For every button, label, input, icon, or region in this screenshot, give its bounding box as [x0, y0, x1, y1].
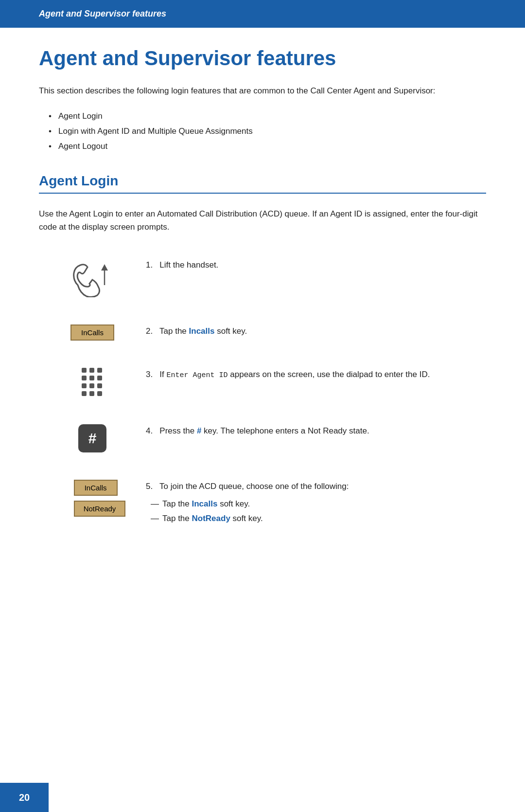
step-3: 3. If Enter Agent ID appears on the scre…: [39, 363, 486, 402]
step-1: 1. Lift the handset.: [39, 253, 486, 302]
header-bar: Agent and Supervisor features: [0, 0, 525, 28]
svg-marker-1: [101, 264, 108, 271]
step-4-text: 4. Press the # key. The telephone enters…: [146, 419, 486, 437]
step-5-text: 5. To join the ACD queue, choose one of …: [146, 475, 486, 526]
steps-container: 1. Lift the handset. InCalls 2. Tap the …: [39, 253, 486, 544]
sub-list-item: Tap the Incalls soft key.: [151, 497, 486, 512]
step-5-icon: InCalls NotReady: [39, 475, 146, 522]
notready-softkey: NotReady: [74, 501, 126, 517]
step-2-text: 2. Tap the Incalls soft key.: [146, 320, 486, 338]
step-5-sublist: Tap the Incalls soft key. Tap the NotRea…: [146, 497, 486, 526]
list-item: Login with Agent ID and Multiple Queue A…: [49, 124, 486, 139]
hash-key-icon: #: [78, 424, 106, 452]
step-1-text: 1. Lift the handset.: [146, 253, 486, 271]
step-3-icon: [39, 363, 146, 402]
page-number: 20: [19, 792, 30, 803]
step-3-text: 3. If Enter Agent ID appears on the scre…: [146, 363, 486, 381]
footer-bar: 20: [0, 783, 49, 812]
dialpad-icon: [82, 368, 103, 397]
step-2-icon: InCalls: [39, 320, 146, 345]
header-label: Agent and Supervisor features: [39, 9, 166, 18]
main-content: Agent and Supervisor features This secti…: [0, 28, 525, 583]
step-4-icon: #: [39, 419, 146, 457]
feature-list: Agent Login Login with Agent ID and Mult…: [39, 109, 486, 154]
step-1-icon: [39, 253, 146, 302]
section-intro: Use the Agent Login to enter an Automate…: [39, 207, 486, 234]
intro-paragraph: This section describes the following log…: [39, 84, 486, 97]
step-2: InCalls 2. Tap the Incalls soft key.: [39, 320, 486, 345]
handset-icon: [63, 258, 122, 297]
list-item: Agent Logout: [49, 139, 486, 154]
step-4: # 4. Press the # key. The telephone ente…: [39, 419, 486, 457]
list-item: Agent Login: [49, 109, 486, 124]
section-heading: Agent Login: [39, 173, 486, 194]
step-5: InCalls NotReady 5. To join the ACD queu…: [39, 475, 486, 526]
page-title: Agent and Supervisor features: [39, 47, 486, 70]
incalls-softkey: InCalls: [70, 325, 114, 341]
incalls-softkey-2: InCalls: [74, 480, 118, 496]
sub-list-item: Tap the NotReady soft key.: [151, 511, 486, 526]
